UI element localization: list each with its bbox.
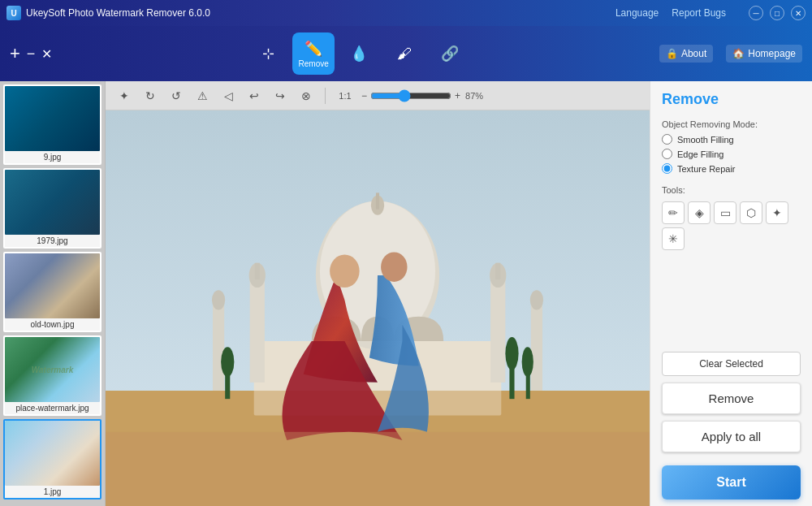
- zoom-percentage: 87%: [465, 91, 491, 101]
- remove-icon: ✏️: [304, 40, 322, 58]
- remove-tool-label: Remove: [299, 59, 329, 68]
- zoom-slider[interactable]: [370, 89, 451, 102]
- svg-point-19: [381, 252, 407, 282]
- rotate-cw-button[interactable]: ↻: [140, 85, 161, 106]
- thumbnail-label: old-town.jpg: [5, 318, 100, 331]
- brush-tool-button[interactable]: 🖌: [383, 32, 425, 75]
- svg-rect-6: [376, 192, 379, 209]
- tools-section: Tools: ✏ ◈ ▭ ⬡ ✦ ✳: [650, 180, 812, 257]
- sidebar: 9.jpg 1979.jpg old-town.jpg Watermark pl…: [0, 81, 106, 506]
- add-file-button[interactable]: +: [10, 45, 20, 63]
- svg-point-24: [522, 347, 533, 377]
- brush-icon: 🖌: [397, 45, 412, 63]
- thumbnail-list: 9.jpg 1979.jpg old-town.jpg Watermark pl…: [0, 81, 105, 506]
- clear-button[interactable]: ⊗: [296, 85, 317, 106]
- svg-rect-7: [250, 275, 265, 383]
- remove-tool-button[interactable]: ✏️ Remove: [292, 32, 335, 75]
- smooth-filling-option[interactable]: Smooth Filling: [662, 134, 801, 145]
- canvas-area: ✦ ↻ ↺ ⚠ ◁ ↩ ↪ ⊗ 1:1 − + 87%: [106, 81, 650, 506]
- panel-spacer: [650, 257, 812, 345]
- report-bugs-button[interactable]: Report Bugs: [672, 7, 726, 19]
- clear-selected-button[interactable]: Clear Selected: [662, 352, 801, 376]
- toolbar-right: 🔒 About 🏠 Homepage: [659, 45, 802, 63]
- polygon-tool-button[interactable]: ⬡: [740, 201, 762, 224]
- edge-filling-option[interactable]: Edge Filling: [662, 149, 801, 159]
- flip-v-button[interactable]: ⚠: [192, 85, 213, 106]
- rect-tool-button[interactable]: ▭: [714, 201, 736, 224]
- main-toolbar: + − ✕ ⊹ ✏️ Remove 💧 🖌 🔗 🔒 About 🏠 Homepa…: [0, 26, 812, 81]
- thumbnail-label: place-watermark.jpg: [5, 402, 100, 414]
- file-controls: + − ✕: [10, 45, 52, 63]
- home-icon: 🏠: [732, 48, 745, 59]
- list-item[interactable]: 1979.jpg: [3, 168, 102, 249]
- thumbnail-image: [5, 86, 100, 151]
- title-bar: U UkeySoft Photo Watermark Remover 6.0.0…: [0, 0, 812, 26]
- zoom-out-icon[interactable]: −: [361, 90, 367, 102]
- removing-mode-label: Object Removing Mode:: [662, 119, 801, 129]
- smooth-filling-label: Smooth Filling: [677, 135, 734, 145]
- list-item[interactable]: 1.jpg: [3, 419, 102, 500]
- redo-button[interactable]: ↪: [270, 85, 291, 106]
- pin-tool-button[interactable]: 🔗: [429, 32, 471, 75]
- thumbnail-label: 1979.jpg: [5, 235, 100, 247]
- texture-repair-radio[interactable]: [662, 163, 672, 174]
- zoom-ratio: 1:1: [334, 91, 356, 101]
- zoom-in-icon[interactable]: +: [455, 90, 460, 102]
- texture-repair-label: Texture Repair: [677, 164, 736, 174]
- list-item[interactable]: old-town.jpg: [3, 252, 102, 332]
- svg-point-26: [221, 347, 234, 377]
- drop-tool-button[interactable]: 💧: [338, 32, 380, 75]
- close-file-button[interactable]: ✕: [41, 46, 52, 62]
- smooth-filling-radio[interactable]: [662, 134, 672, 145]
- about-button[interactable]: 🔒 About: [659, 45, 713, 63]
- thumbnail-label: 1.jpg: [5, 486, 100, 498]
- pin-icon: 🔗: [441, 45, 459, 63]
- remove-button[interactable]: Remove: [662, 383, 801, 414]
- eraser-tool-button[interactable]: ◈: [688, 201, 710, 224]
- flip-h-button[interactable]: ◁: [218, 85, 239, 106]
- apply-to-all-button[interactable]: Apply to all: [662, 421, 801, 452]
- svg-rect-13: [213, 300, 224, 391]
- remove-file-button[interactable]: −: [27, 45, 36, 63]
- minimize-button[interactable]: ─: [749, 6, 763, 20]
- thumbnail-image: [5, 421, 100, 486]
- magic-tool-button[interactable]: ✦: [766, 201, 788, 224]
- list-item[interactable]: Watermark place-watermark.jpg: [3, 335, 102, 416]
- mode-radio-group: Smooth Filling Edge Filling Texture Repa…: [662, 134, 801, 174]
- tools-label: Tools:: [662, 185, 801, 195]
- star-tool-button[interactable]: ✳: [662, 227, 685, 250]
- crop-icon: ⊹: [262, 45, 274, 63]
- start-button[interactable]: Start: [662, 465, 801, 500]
- canvas-viewport[interactable]: [106, 110, 650, 506]
- svg-rect-15: [531, 300, 542, 391]
- svg-point-14: [212, 290, 225, 309]
- homepage-button[interactable]: 🏠 Homepage: [726, 45, 802, 63]
- svg-rect-9: [255, 263, 260, 279]
- svg-rect-20: [106, 432, 650, 506]
- undo-button[interactable]: ↩: [244, 85, 265, 106]
- svg-rect-10: [490, 275, 505, 383]
- maximize-button[interactable]: □: [770, 6, 784, 20]
- texture-repair-option[interactable]: Texture Repair: [662, 163, 801, 174]
- divider: [325, 88, 326, 104]
- main-image: [106, 110, 650, 506]
- language-button[interactable]: Language: [615, 7, 659, 19]
- panel-buttons: Clear Selected Remove Apply to all: [650, 345, 812, 459]
- close-button[interactable]: ✕: [791, 6, 806, 20]
- svg-point-16: [530, 290, 543, 309]
- tools-icon-group: ✏ ◈ ▭ ⬡ ✦ ✳: [662, 201, 801, 250]
- main-area: 9.jpg 1979.jpg old-town.jpg Watermark pl…: [0, 81, 812, 506]
- stamp-tool-button[interactable]: ✦: [114, 85, 135, 106]
- thumbnail-image: [5, 253, 100, 318]
- pencil-tool-button[interactable]: ✏: [662, 201, 685, 224]
- title-bar-right: Language Report Bugs ─ □ ✕: [615, 6, 806, 20]
- edge-filling-radio[interactable]: [662, 149, 672, 159]
- list-item[interactable]: 9.jpg: [3, 84, 102, 165]
- removing-mode-section: Object Removing Mode: Smooth Filling Edg…: [650, 115, 812, 180]
- drop-icon: 💧: [350, 45, 368, 63]
- thumbnail-label: 9.jpg: [5, 151, 100, 163]
- edge-filling-label: Edge Filling: [677, 149, 723, 159]
- thumbnail-image: Watermark: [5, 337, 100, 402]
- rotate-ccw-button[interactable]: ↺: [166, 85, 187, 106]
- crop-tool-button[interactable]: ⊹: [247, 32, 289, 75]
